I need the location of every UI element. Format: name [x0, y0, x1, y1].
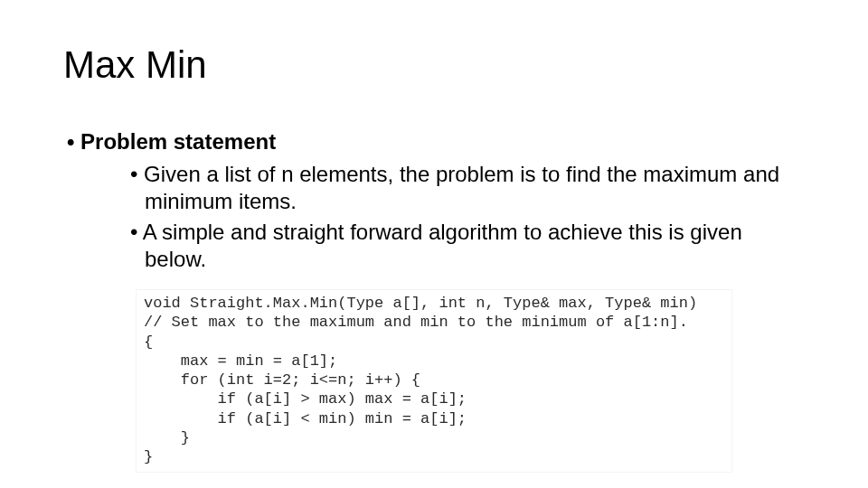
code-line-5: for (int i=2; i<=n; i++) {: [144, 371, 420, 389]
algorithm-code-block: void Straight.Max.Min(Type a[], int n, T…: [136, 289, 732, 473]
code-line-7: if (a[i] < min) min = a[i];: [144, 410, 467, 427]
code-line-1: void Straight.Max.Min(Type a[], int n, T…: [144, 295, 697, 312]
code-line-8: }: [144, 429, 190, 446]
slide: Max Min Problem statement Given a list o…: [0, 0, 868, 488]
page-title: Max Min: [63, 43, 207, 87]
code-line-6: if (a[i] > max) max = a[i];: [144, 390, 467, 408]
code-line-2: // Set max to the maximum and min to the…: [144, 314, 688, 331]
problem-statement-label: Problem statement: [67, 128, 808, 155]
body-text: Problem statement Given a list of n elem…: [67, 128, 808, 277]
bullet-given-list: Given a list of n elements, the problem …: [125, 161, 808, 215]
code-line-4: max = min = a[1];: [144, 352, 337, 370]
code-line-9: }: [144, 448, 153, 465]
bullet-list-level1: Problem statement: [67, 128, 808, 155]
bullet-list-level2: Given a list of n elements, the problem …: [125, 161, 808, 273]
code-line-3: {: [144, 333, 153, 351]
bullet-simple-algorithm: A simple and straight forward algorithm …: [125, 219, 808, 273]
